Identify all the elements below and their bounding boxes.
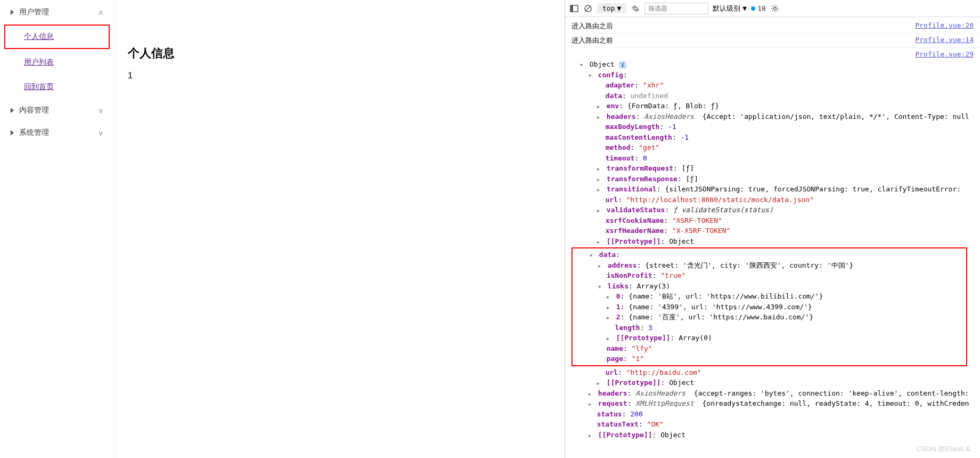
- main-content: 个人信息 1: [115, 0, 565, 458]
- tree-node[interactable]: request: XMLHttpRequest {onreadystatecha…: [571, 398, 974, 409]
- info-icon[interactable]: i: [619, 61, 626, 69]
- tree-node[interactable]: [[Prototype]]: Object: [571, 430, 974, 440]
- tree-leaf: url: "http://localhost:8080/static/mock/…: [571, 195, 974, 205]
- tree-leaf: xsrfHeaderName: "X-XSRF-TOKEN": [571, 226, 974, 236]
- chevron-down-icon: [98, 128, 103, 137]
- tree-node[interactable]: links: Array(3): [573, 281, 966, 292]
- tree-leaf: maxBodyLength: -1: [571, 122, 974, 132]
- tree-node[interactable]: [[Prototype]]: Array(0): [573, 333, 966, 343]
- menu-label: 系统管理: [19, 128, 49, 138]
- issue-dot-icon: [751, 6, 755, 11]
- page-title: 个人信息: [128, 45, 551, 61]
- svg-rect-1: [570, 5, 573, 12]
- tree-leaf: data: undefined: [571, 91, 974, 101]
- tree-leaf: statusText: "OK": [571, 419, 974, 430]
- tree-node[interactable]: validateStatus: ƒ validateStatus(status): [571, 205, 974, 215]
- tree-leaf: maxContentLength: -1: [571, 132, 974, 143]
- menu-label: 用户管理: [19, 7, 49, 17]
- object-tree: Object i config: adapter: "xhr" data: un…: [565, 58, 980, 441]
- source-link[interactable]: Profile.vue:14: [915, 36, 974, 45]
- menu-user-mgmt[interactable]: 用户管理: [0, 1, 114, 23]
- source-link[interactable]: Profile.vue:20: [915, 21, 974, 31]
- tree-node[interactable]: 0: {name: 'B站', url: 'https://www.bilibi…: [573, 291, 966, 302]
- tree-leaf: method: "get": [571, 142, 974, 153]
- menu-label: 内容管理: [19, 106, 49, 115]
- log-entry: 进入路由之后 Profile.vue:20: [565, 19, 980, 34]
- chevron-up-icon: [98, 8, 103, 17]
- submenu-user-list[interactable]: 用户列表: [0, 50, 114, 75]
- dropdown-icon: ▼: [742, 4, 747, 12]
- log-message: 进入路由之后: [571, 21, 613, 31]
- tree-leaf: timeout: 0: [571, 153, 974, 164]
- svg-point-4: [634, 7, 637, 10]
- tree-node[interactable]: 1: {name: '4399', url: 'https://www.4399…: [573, 302, 966, 312]
- tree-node[interactable]: [[Prototype]]: Object: [571, 377, 974, 388]
- menu-content-mgmt[interactable]: 内容管理: [0, 99, 114, 122]
- tree-node[interactable]: [[Prototype]]: Object: [571, 236, 974, 247]
- tree-leaf: url: "http://baidu.com": [571, 367, 974, 378]
- triangle-icon: [11, 130, 14, 135]
- tree-node[interactable]: transitional: {silentJSONParsing: true, …: [571, 184, 974, 195]
- context-selector[interactable]: top ▼: [597, 3, 626, 13]
- chevron-down-icon: [98, 106, 103, 115]
- tree-node[interactable]: address: {street: '含光门', city: '陕西西安', c…: [573, 260, 966, 271]
- svg-line-3: [586, 6, 590, 11]
- tree-leaf: adapter: "xhr": [571, 80, 974, 91]
- tree-node[interactable]: headers: AxiosHeaders {accept-ranges: 'b…: [571, 388, 974, 399]
- triangle-icon: [11, 10, 14, 15]
- log-message: 进入路由之前: [571, 36, 613, 45]
- tree-node[interactable]: config:: [571, 70, 974, 81]
- highlighted-section: data: address: {street: '含光门', city: '陕西…: [571, 247, 967, 366]
- devtools-panel: top ▼ 默认级别 ▼ 18 进入路由之后 Profile.vue:20 进入…: [565, 0, 980, 458]
- tree-leaf: status: 200: [571, 409, 974, 420]
- svg-point-5: [773, 7, 776, 10]
- tree-node[interactable]: Object i: [571, 59, 974, 70]
- dropdown-icon: ▼: [617, 4, 621, 12]
- tree-leaf: name: "lfy": [573, 343, 966, 354]
- devtools-toolbar: top ▼ 默认级别 ▼ 18: [565, 0, 980, 17]
- submenu-profile[interactable]: 个人信息: [4, 25, 110, 49]
- tree-leaf: isNonProfit: "true": [573, 270, 966, 281]
- tree-node[interactable]: data:: [573, 250, 966, 260]
- filter-input[interactable]: [644, 3, 708, 14]
- tree-node[interactable]: transformResponse: [ƒ]: [571, 174, 974, 184]
- source-link[interactable]: Profile.vue:29: [915, 50, 974, 58]
- toggle-sidebar-icon[interactable]: [569, 4, 579, 13]
- console-output: 进入路由之后 Profile.vue:20 进入路由之前 Profile.vue…: [565, 17, 980, 458]
- tree-leaf: page: "1": [573, 353, 966, 364]
- issues-counter[interactable]: 18: [751, 4, 766, 12]
- settings-icon[interactable]: [770, 4, 780, 13]
- menu-system-mgmt[interactable]: 系统管理: [0, 122, 114, 144]
- watermark: CSDN @Eliauk &: [917, 445, 970, 453]
- tree-node[interactable]: transformRequest: [ƒ]: [571, 163, 974, 174]
- content-body: 1: [128, 71, 551, 81]
- log-entry: Profile.vue:29: [565, 48, 980, 58]
- triangle-icon: [11, 108, 14, 113]
- tree-node[interactable]: headers: AxiosHeaders {Accept: 'applicat…: [571, 111, 974, 122]
- log-entry: 进入路由之前 Profile.vue:14: [565, 34, 980, 48]
- tree-node[interactable]: 2: {name: '百度', url: 'https://www.baidu.…: [573, 312, 966, 323]
- sidebar: 用户管理 个人信息 用户列表 回到首页 内容管理 系统管理: [0, 0, 115, 458]
- tree-node[interactable]: env: {FormData: ƒ, Blob: ƒ}: [571, 101, 974, 111]
- submenu-home[interactable]: 回到首页: [0, 75, 114, 99]
- log-level-selector[interactable]: 默认级别 ▼: [713, 4, 747, 13]
- live-expression-icon[interactable]: [631, 4, 640, 13]
- tree-leaf: xsrfCookieName: "XSRF-TOKEN": [571, 215, 974, 226]
- clear-console-icon[interactable]: [583, 4, 593, 13]
- tree-leaf: length: 3: [573, 323, 966, 333]
